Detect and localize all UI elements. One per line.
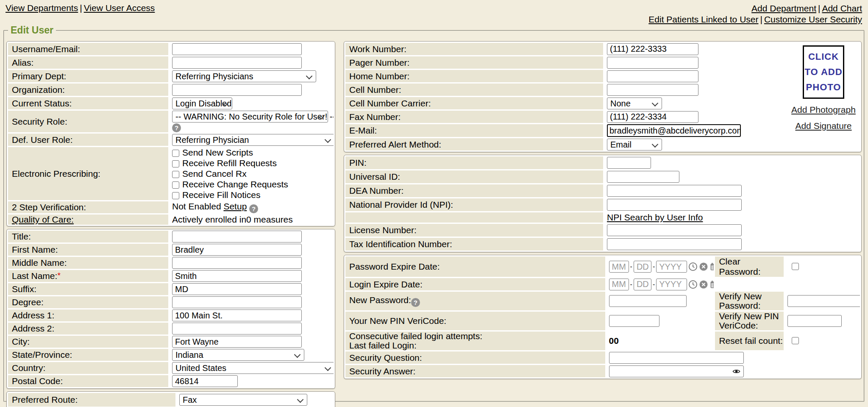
home-number-label: Home Number: (345, 70, 603, 82)
title-input[interactable] (172, 231, 302, 243)
calendar-icon[interactable] (709, 280, 714, 289)
pin-vericode-input[interactable] (609, 315, 659, 327)
universal-id-label: Universal ID: (345, 170, 603, 183)
clear-date-icon[interactable] (699, 280, 708, 289)
suffix-input[interactable] (172, 283, 302, 295)
email-field[interactable]: bradleysmith@abcdeliverycorp.com (607, 124, 741, 137)
tax-id-input[interactable] (607, 238, 742, 250)
chevron-down-icon (652, 141, 659, 148)
verify-pin-vericode-label: Verify New PIN VeriCode: (715, 312, 783, 330)
fax-number-input[interactable] (607, 111, 698, 123)
security-answer-input[interactable] (609, 365, 744, 377)
clear-date-icon[interactable] (699, 262, 708, 271)
send-new-scripts-checkbox[interactable] (172, 150, 179, 157)
help-icon[interactable]: ? (172, 123, 181, 132)
customize-user-security-link[interactable]: Customize User Security (764, 14, 862, 24)
alias-input[interactable] (172, 57, 302, 69)
first-name-input[interactable] (172, 244, 302, 256)
edit-user-fieldset: Edit User Username/Email: Alias: Primary… (3, 25, 865, 402)
country-select[interactable]: United States (172, 362, 334, 374)
security-question-label: Security Question: (345, 351, 605, 364)
dea-number-input[interactable] (607, 185, 742, 197)
address2-input[interactable] (172, 323, 302, 335)
verify-new-password-input[interactable] (787, 295, 860, 307)
clock-icon[interactable] (688, 280, 698, 289)
help-icon[interactable]: ? (249, 204, 258, 213)
view-departments-link[interactable]: View Departments (6, 3, 78, 13)
quality-of-care-link[interactable]: Quality of Care: (12, 215, 74, 224)
primary-dept-select[interactable]: Referring Physicians (172, 70, 316, 82)
def-user-role-select[interactable]: Referring Physician (172, 134, 334, 146)
security-question-input[interactable] (609, 352, 744, 364)
middle-name-label: Middle Name: (8, 257, 168, 269)
show-password-eye-icon[interactable] (732, 368, 740, 375)
password-expire-month-input[interactable] (609, 261, 629, 273)
add-signature-link[interactable]: Add Signature (787, 121, 860, 131)
reset-fail-count-checkbox[interactable] (792, 337, 799, 344)
def-user-role-label: Def. User Role: (8, 134, 168, 146)
help-icon[interactable]: ? (411, 298, 420, 307)
receive-change-requests-checkbox[interactable] (172, 181, 179, 189)
password-expire-day-input[interactable] (634, 261, 651, 273)
cell-number-input[interactable] (607, 84, 698, 96)
degree-input[interactable] (172, 296, 302, 308)
login-expire-year-input[interactable] (656, 279, 687, 290)
send-cancel-rx-checkbox[interactable] (172, 171, 179, 178)
receive-fill-notices-label: Receive Fill Notices (182, 190, 260, 200)
organization-input[interactable] (172, 84, 302, 96)
work-number-input[interactable] (607, 43, 698, 55)
alert-method-select[interactable]: Email (607, 139, 662, 151)
login-expire-label: Login Expire Date: (345, 278, 605, 290)
state-select[interactable]: Indiana (172, 349, 304, 361)
home-number-input[interactable] (607, 70, 698, 82)
failed-attempts-count: 00 (606, 332, 714, 350)
username-input[interactable] (172, 43, 302, 55)
current-status-select[interactable]: Login Disabled (172, 98, 232, 109)
pager-number-input[interactable] (607, 57, 698, 69)
license-number-input[interactable] (607, 224, 742, 236)
add-department-link[interactable]: Add Department (751, 3, 816, 13)
edit-patients-linked-link[interactable]: Edit Patients Linked to User (648, 14, 758, 24)
universal-id-input[interactable] (607, 171, 679, 183)
add-photograph-link[interactable]: Add Photograph (787, 105, 860, 115)
pin-label: PIN: (345, 156, 603, 169)
alert-method-value: Email (610, 140, 632, 149)
middle-name-input[interactable] (172, 257, 302, 269)
fax-number-label: Fax Number: (345, 111, 603, 123)
security-role-label: Security Role: (8, 111, 168, 132)
npi-search-link[interactable]: NPI Search by User Info (607, 212, 703, 222)
alias-label: Alias: (8, 56, 168, 69)
last-name-input[interactable] (172, 270, 302, 282)
calendar-icon[interactable] (709, 262, 714, 271)
chevron-down-icon (652, 100, 659, 106)
last-failed-login-label: Last failed Login: (349, 341, 605, 350)
preferred-route-select[interactable]: Fax (179, 394, 307, 406)
login-expire-day-input[interactable] (634, 279, 651, 290)
view-user-access-link[interactable]: View User Access (84, 3, 155, 13)
add-chart-link[interactable]: Add Chart (822, 3, 862, 13)
verify-pin-vericode-input[interactable] (787, 315, 842, 327)
password-expire-year-input[interactable] (656, 261, 687, 273)
login-expire-month-input[interactable] (609, 279, 629, 290)
add-photo-placeholder[interactable]: CLICK TO ADD PHOTO (803, 45, 844, 99)
pin-input[interactable] (607, 157, 651, 169)
security-role-select[interactable]: -- WARNING: No Security Role for User! -… (172, 111, 328, 123)
two-step-setup-link[interactable]: Setup (223, 201, 247, 211)
address1-input[interactable] (172, 309, 302, 321)
receive-refill-requests-checkbox[interactable] (172, 160, 179, 167)
work-number-label: Work Number: (345, 43, 603, 55)
license-number-label: License Number: (345, 224, 603, 237)
npi-input[interactable] (607, 199, 742, 211)
tax-id-label: Tax Identification Number: (345, 238, 603, 251)
new-password-input[interactable] (609, 295, 687, 307)
state-label: State/Province: (8, 349, 168, 361)
clock-icon[interactable] (688, 262, 698, 271)
verify-new-password-label: Verify New Password: (715, 292, 783, 310)
clear-password-checkbox[interactable] (792, 263, 799, 270)
city-input[interactable] (172, 336, 302, 348)
postal-code-input[interactable] (172, 375, 238, 387)
top-link-bar: View Departments|View User Access Add De… (0, 0, 868, 25)
security-panel: Password Expire Date: - - Cl (344, 255, 862, 379)
receive-fill-notices-checkbox[interactable] (172, 192, 179, 199)
cell-carrier-select[interactable]: None (607, 98, 662, 109)
